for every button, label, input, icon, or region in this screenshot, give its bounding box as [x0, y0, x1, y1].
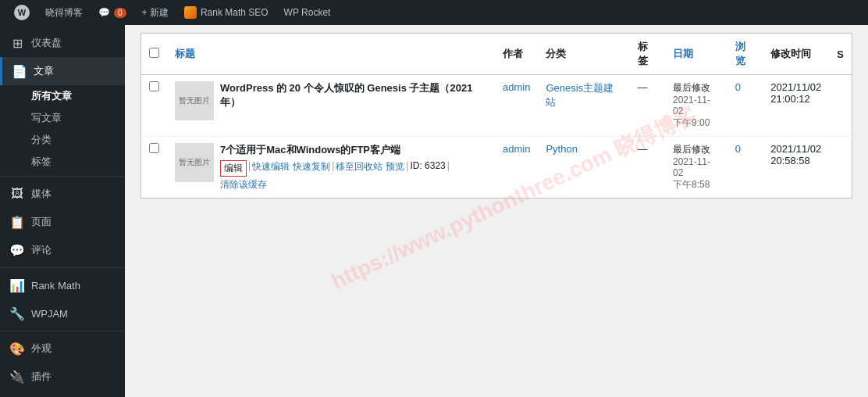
header-title[interactable]: 标题: [167, 34, 495, 75]
sidebar-item-appearance[interactable]: 🎨 外观: [0, 334, 125, 363]
new-item-button[interactable]: + 新建: [134, 0, 176, 25]
row1-views-link[interactable]: 0: [735, 81, 741, 93]
sidebar-item-posts[interactable]: 📄 文章: [0, 57, 125, 85]
sidebar-item-wpjam[interactable]: 🔧 WPJAM: [0, 299, 125, 327]
sidebar-rankmath-label: Rank Math: [31, 280, 80, 291]
header-date[interactable]: 日期: [665, 34, 727, 75]
row2-views-cell: 0: [727, 137, 763, 198]
row2-content: 暂无图片 7个适用于Mac和Windows的FTP客户端 编辑 | 快速编辑 快…: [175, 143, 487, 191]
row2-category-link[interactable]: Python: [546, 143, 577, 155]
row1-title-cell: 暂无图片 WordPress 的 20 个令人惊叹的 Genesis 子主题（2…: [167, 75, 495, 137]
row1-time: 下午9:00: [673, 117, 710, 128]
header-tags: 标签: [630, 34, 665, 75]
sidebar-sub-write[interactable]: 写文章: [0, 107, 125, 129]
site-name-link[interactable]: 晓得博客: [37, 0, 91, 25]
sidebar-item-plugins[interactable]: 🔌 插件: [0, 363, 125, 391]
sidebar-write-label: 写文章: [31, 112, 62, 123]
row2-id: ID: 6323: [410, 160, 445, 177]
row2-preview-link[interactable]: 预览: [386, 160, 404, 177]
wp-rocket-label: WP Rocket: [284, 7, 331, 18]
row2-quick-copy-link[interactable]: 快速复制: [293, 160, 330, 177]
row1-category-cell: Genesis主题建站: [538, 75, 629, 137]
row1-checkbox-cell: [141, 75, 168, 137]
title-sort-link[interactable]: 标题: [175, 48, 195, 59]
table-row: 暂无图片 7个适用于Mac和Windows的FTP客户端 编辑 | 快速编辑 快…: [141, 137, 852, 198]
sidebar-sub-all-posts[interactable]: 所有文章: [0, 85, 125, 107]
main-layout: ⊞ 仪表盘 📄 文章 所有文章 写文章 分类 标签 🖼 媒体 📋 页面 💬: [0, 25, 868, 397]
row1-modified-time: 21:00:12: [770, 93, 810, 105]
row1-modified-date: 2021/11/02: [770, 81, 821, 93]
row1-modified-cell: 2021/11/02 21:00:12: [763, 75, 829, 137]
sidebar-item-pages[interactable]: 📋 页面: [0, 208, 125, 236]
views-sort-link[interactable]: 浏览: [735, 41, 745, 66]
date-sort-link[interactable]: 日期: [673, 48, 693, 59]
row2-date-info: 最后修改 2021-11-02 下午8:58: [673, 143, 720, 191]
sidebar-all-posts-label: 所有文章: [31, 90, 72, 102]
row2-thumbnail: 暂无图片: [175, 143, 214, 182]
sidebar-dashboard-label: 仪表盘: [31, 36, 62, 50]
rank-math-label: Rank Math SEO: [201, 7, 269, 18]
sidebar-pages-label: 页面: [31, 215, 52, 229]
row2-views-link[interactable]: 0: [735, 143, 741, 155]
header-views[interactable]: 浏览: [727, 34, 763, 75]
header-checkbox-col: [141, 34, 168, 75]
row2-checkbox[interactable]: [149, 143, 159, 153]
select-all-checkbox[interactable]: [149, 48, 159, 58]
pages-icon: 📋: [9, 214, 25, 230]
wp-rocket-button[interactable]: WP Rocket: [276, 0, 339, 25]
sidebar-divider-2: [0, 267, 125, 268]
rank-math-icon: [184, 6, 197, 19]
sidebar-item-rankmath[interactable]: 📊 Rank Math: [0, 271, 125, 299]
header-modified-date: 修改时间: [763, 34, 829, 75]
admin-bar: W 晓得博客 💬 0 + 新建 Rank Math SEO WP Rocket: [0, 0, 868, 25]
row1-tags: —: [638, 81, 648, 93]
row2-edit-button[interactable]: 编辑: [220, 160, 247, 177]
sidebar-item-comments[interactable]: 💬 评论: [0, 236, 125, 264]
header-author: 作者: [495, 34, 538, 75]
site-name-text: 晓得博客: [45, 6, 83, 20]
row2-title-link[interactable]: 7个适用于Mac和Windows的FTP客户端: [220, 144, 400, 156]
row1-checkbox[interactable]: [149, 81, 159, 91]
row2-date: 2021-11-02: [673, 156, 710, 178]
row1-date-cell: 最后修改 2021-11-02 下午9:00: [665, 75, 727, 137]
sidebar-sub-category[interactable]: 分类: [0, 129, 125, 151]
comments-button[interactable]: 💬 0: [91, 0, 134, 25]
row1-author-link[interactable]: admin: [503, 81, 530, 93]
posts-icon: 📄: [12, 63, 27, 79]
sidebar-sub-tags[interactable]: 标签: [0, 151, 125, 173]
row2-actions: 编辑 | 快速编辑 快速复制 | 移至回收站 预览: [220, 160, 487, 191]
sidebar-item-dashboard[interactable]: ⊞ 仪表盘: [0, 29, 125, 57]
row2-author-link[interactable]: admin: [503, 143, 530, 155]
wp-logo-button[interactable]: W: [6, 0, 37, 25]
appearance-icon: 🎨: [9, 341, 25, 356]
row2-quick-edit-link[interactable]: 快速编辑: [252, 160, 290, 177]
row2-clear-cache-link[interactable]: 清除该缓存: [220, 178, 267, 191]
row1-author-cell: admin: [495, 75, 538, 137]
row1-views-cell: 0: [727, 75, 763, 137]
plugins-icon: 🔌: [9, 369, 25, 384]
row1-title-link[interactable]: WordPress 的 20 个令人惊叹的 Genesis 子主题（2021 年…: [220, 82, 472, 108]
row1-thumbnail: 暂无图片: [175, 81, 214, 120]
sidebar-category-label: 分类: [31, 134, 52, 145]
sidebar-comments-label: 评论: [31, 243, 52, 257]
row2-date-cell: 最后修改 2021-11-02 下午8:58: [665, 137, 727, 198]
row2-trash-link[interactable]: 移至回收站: [336, 160, 382, 177]
row1-title-block: WordPress 的 20 个令人惊叹的 Genesis 子主题（2021 年…: [220, 81, 487, 109]
sidebar-wpjam-label: WPJAM: [31, 308, 68, 320]
content-area: 标题 作者 分类 标签 日期 浏览 修改时间 S: [125, 25, 868, 397]
rankmath-sidebar-icon: 📊: [9, 277, 25, 293]
sidebar-divider-3: [0, 331, 125, 331]
sidebar-posts-label: 文章: [34, 64, 54, 78]
row2-title-cell: 暂无图片 7个适用于Mac和Windows的FTP客户端 编辑 | 快速编辑 快…: [167, 137, 495, 198]
new-item-label: + 新建: [142, 6, 169, 20]
row1-category-link[interactable]: Genesis主题建站: [546, 82, 614, 108]
row1-content: 暂无图片 WordPress 的 20 个令人惊叹的 Genesis 子主题（2…: [175, 81, 487, 120]
table-row: 暂无图片 WordPress 的 20 个令人惊叹的 Genesis 子主题（2…: [141, 75, 852, 137]
row2-modified-date: 2021/11/02: [770, 143, 821, 155]
header-s: S: [829, 34, 852, 75]
row1-date-label: 最后修改: [673, 82, 710, 93]
rank-math-button[interactable]: Rank Math SEO: [176, 0, 276, 25]
sidebar-item-media[interactable]: 🖼 媒体: [0, 180, 125, 208]
row2-date-label: 最后修改: [673, 144, 710, 155]
sidebar-media-label: 媒体: [31, 187, 52, 201]
